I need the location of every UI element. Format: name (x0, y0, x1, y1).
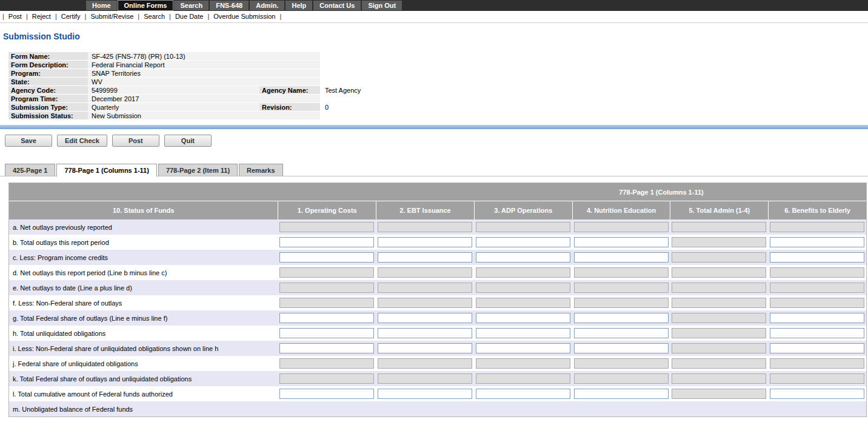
action-link-reject[interactable]: Reject (32, 13, 51, 20)
quit-button[interactable]: Quit (164, 135, 212, 147)
input-row-k-col-4 (574, 373, 669, 384)
info-label-form-name: Form Name: (8, 52, 88, 60)
input-row-e-col-3 (476, 283, 570, 293)
action-link-search[interactable]: Search (144, 13, 165, 20)
input-row-c-col-2[interactable] (378, 252, 472, 263)
input-row-c-col-1[interactable] (279, 252, 374, 263)
input-row-k-col-2 (378, 373, 472, 384)
input-row-h-col-6[interactable] (770, 328, 864, 338)
input-row-g-col-6[interactable] (770, 313, 864, 323)
grid-cell-b-4 (572, 237, 670, 247)
input-row-g-col-2[interactable] (378, 313, 472, 323)
tab-778-page-1-columns-1-11[interactable]: 778-Page 1 (Columns 1-11) (56, 164, 156, 176)
input-row-g-col-1[interactable] (279, 313, 374, 323)
info-label-spacer (259, 61, 320, 69)
grid-cell-i-6 (768, 343, 866, 353)
input-row-g-col-5 (672, 313, 766, 323)
grid-cell-b-6 (768, 237, 866, 247)
tab-remarks[interactable]: Remarks (239, 164, 282, 176)
grid-cell-h-2 (376, 328, 474, 338)
action-link-overdue-submission[interactable]: Overdue Submission (213, 13, 275, 20)
grid-header-row: 10. Status of Funds1. Operating Costs2. … (9, 201, 866, 219)
grid-cell-b-5 (670, 237, 768, 247)
top-nav-item-fns-648[interactable]: FNS-648 (210, 1, 249, 10)
info-label-submission-status: Submission Status: (8, 112, 88, 119)
pipe-separator: | (279, 13, 281, 20)
grid-row-k: k. Total Federal share of outlays and un… (9, 371, 866, 386)
grid-cell-c-4 (572, 252, 670, 263)
grid-cell-b-2 (376, 237, 474, 247)
input-row-l-col-6[interactable] (770, 389, 864, 399)
input-row-h-col-2[interactable] (378, 328, 472, 338)
grid-cell-g-1 (278, 313, 376, 323)
top-nav-item-sign-out[interactable]: Sign Out (362, 1, 402, 10)
info-value-submission-status: New Submission (88, 112, 259, 119)
input-row-i-col-3[interactable] (476, 343, 570, 353)
action-link-post[interactable]: Post (8, 13, 22, 20)
info-label-state: State: (8, 78, 88, 85)
grid-cell-h-6 (768, 328, 866, 338)
save-button[interactable]: Save (5, 135, 52, 147)
grid-cell-l-6 (768, 389, 866, 399)
row-label-g: g. Total Federal share of outlays (Line … (9, 315, 278, 322)
grid-cell-i-5 (670, 343, 768, 353)
input-row-b-col-4[interactable] (574, 237, 669, 247)
top-nav-item-home[interactable]: Home (86, 1, 117, 10)
input-row-l-col-4[interactable] (574, 389, 669, 399)
action-link-certify[interactable]: Certify (61, 13, 81, 20)
form-info-table: Form Name:SF-425 (FNS-778) (PR) (10-13)F… (8, 52, 868, 120)
input-row-b-col-6[interactable] (770, 237, 864, 247)
grid-cell-e-4 (572, 283, 670, 293)
input-row-b-col-2[interactable] (378, 237, 472, 247)
tab-778-page-2-item-11[interactable]: 778-Page 2 (Item 11) (158, 164, 238, 176)
action-links-bar: |Post|Reject|Certify|Submit/Revise|Searc… (0, 11, 868, 23)
info-value-spacer (320, 112, 868, 119)
input-row-h-col-4[interactable] (574, 328, 669, 338)
grid-row-c: c. Less: Program income credits (9, 250, 866, 265)
info-value-revision: 0 (320, 103, 868, 111)
grid-cell-l-4 (572, 389, 670, 399)
info-label-spacer (259, 78, 320, 85)
info-label-program-time: Program Time: (8, 95, 88, 102)
edit-check-button[interactable]: Edit Check (57, 135, 107, 147)
post-button[interactable]: Post (112, 135, 159, 147)
input-row-g-col-4[interactable] (574, 313, 669, 323)
input-row-i-col-6[interactable] (770, 343, 864, 353)
input-row-h-col-3[interactable] (476, 328, 570, 338)
input-row-d-col-5 (672, 267, 766, 278)
input-row-b-col-3[interactable] (476, 237, 570, 247)
input-row-c-col-4[interactable] (574, 252, 669, 263)
grid-cell-c-5 (670, 252, 768, 263)
input-row-d-col-4 (574, 267, 669, 278)
grid-row-g: g. Total Federal share of outlays (Line … (9, 310, 866, 326)
action-link-due-date[interactable]: Due Date (175, 13, 203, 20)
input-row-h-col-1[interactable] (279, 328, 374, 338)
top-nav-item-admin[interactable]: Admin. (250, 1, 284, 10)
grid-row-i: i. Less: Non-Federal share of unliquidat… (9, 341, 866, 356)
grid-cell-k-4 (572, 373, 670, 384)
input-row-l-col-3[interactable] (476, 389, 570, 399)
input-row-i-col-4[interactable] (574, 343, 669, 353)
top-nav-item-online-forms[interactable]: Online Forms (118, 1, 173, 10)
grid-cell-h-5 (670, 328, 768, 338)
top-nav-item-help[interactable]: Help (285, 1, 312, 10)
input-row-l-col-1[interactable] (279, 389, 374, 399)
input-row-c-col-6[interactable] (770, 252, 864, 263)
input-row-a-col-2 (378, 222, 472, 232)
tab-425-page-1[interactable]: 425-Page 1 (5, 164, 55, 176)
grid-body: a. Net outlays previously reportedb. Tot… (9, 219, 866, 417)
input-row-h-col-5 (672, 328, 766, 338)
input-row-i-col-1[interactable] (279, 343, 374, 353)
input-row-l-col-2[interactable] (378, 389, 472, 399)
input-row-i-col-2[interactable] (378, 343, 472, 353)
top-nav-item-contact-us[interactable]: Contact Us (313, 1, 361, 10)
form-info-row-state: State:WV (8, 78, 868, 86)
action-link-submit-revise[interactable]: Submit/Revise (90, 13, 133, 20)
input-row-c-col-3[interactable] (476, 252, 570, 263)
input-row-k-col-6 (770, 373, 864, 384)
top-nav-item-search[interactable]: Search (174, 1, 209, 10)
input-row-g-col-3[interactable] (476, 313, 570, 323)
input-row-b-col-1[interactable] (279, 237, 374, 247)
grid-title-bar: 778-Page 1 (Columns 1-11) (9, 183, 866, 201)
input-row-e-col-2 (378, 283, 472, 293)
